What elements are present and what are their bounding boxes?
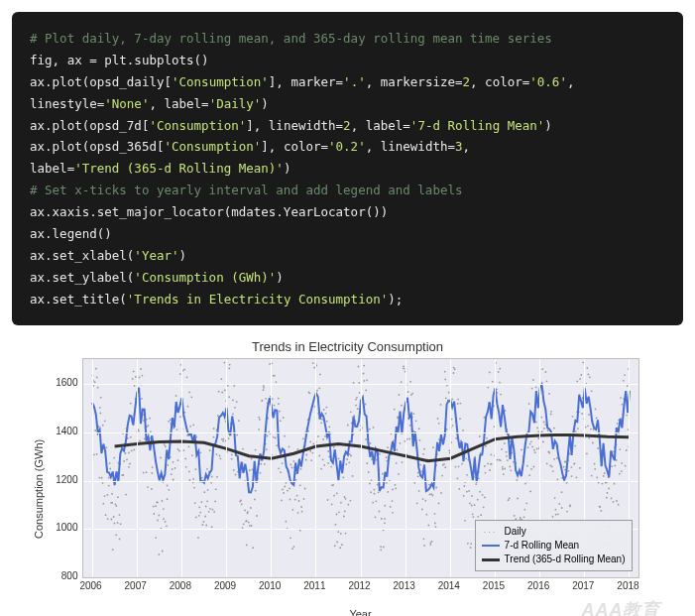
legend: ··· Daily 7-d Rolling Mean Trend (365-d … — [475, 520, 633, 571]
x-tick: 2015 — [483, 580, 505, 591]
x-tick: 2014 — [438, 580, 460, 591]
plot-area: ··· Daily 7-d Rolling Mean Trend (365-d … — [82, 358, 639, 578]
y-tick: 800 — [61, 570, 78, 581]
x-tick: 2009 — [214, 580, 236, 591]
x-tick: 2010 — [259, 580, 281, 591]
x-tick: 2007 — [125, 580, 147, 591]
x-tick: 2017 — [572, 580, 594, 591]
y-tick: 1000 — [56, 522, 77, 533]
legend-label: 7-d Rolling Mean — [505, 539, 580, 553]
legend-item-daily: ··· Daily — [482, 525, 626, 539]
legend-label: Daily — [505, 525, 526, 539]
x-ticks: 2006200720082009201020112012201320142015… — [82, 578, 637, 592]
code-block: # Plot daily, 7-day rolling mean, and 36… — [12, 12, 683, 325]
x-tick: 2013 — [394, 580, 415, 591]
x-tick: 2006 — [79, 580, 101, 591]
x-tick: 2011 — [303, 580, 325, 591]
y-tick: 1200 — [56, 474, 77, 485]
y-axis-label: Consumption (GWh) — [31, 358, 45, 616]
legend-label: Trend (365-d Rolling Mean) — [505, 553, 626, 566]
x-tick: 2018 — [617, 580, 638, 591]
y-tick: 1400 — [56, 426, 77, 436]
legend-item-7d: 7-d Rolling Mean — [482, 539, 626, 553]
line-icon — [482, 545, 500, 547]
x-axis-label: Year — [82, 608, 639, 616]
line-icon — [482, 558, 500, 561]
scatter-icon: ··· — [482, 526, 500, 539]
legend-item-trend: Trend (365-d Rolling Mean) — [482, 553, 626, 566]
y-tick: 1600 — [56, 377, 77, 388]
x-tick: 2008 — [170, 580, 191, 591]
x-tick: 2016 — [527, 580, 549, 591]
x-tick: 2012 — [348, 580, 370, 591]
y-ticks: 8001000120014001600 — [45, 358, 82, 576]
chart-container: Trends in Electricity Consumption Consum… — [31, 339, 665, 616]
chart-title: Trends in Electricity Consumption — [31, 339, 665, 354]
